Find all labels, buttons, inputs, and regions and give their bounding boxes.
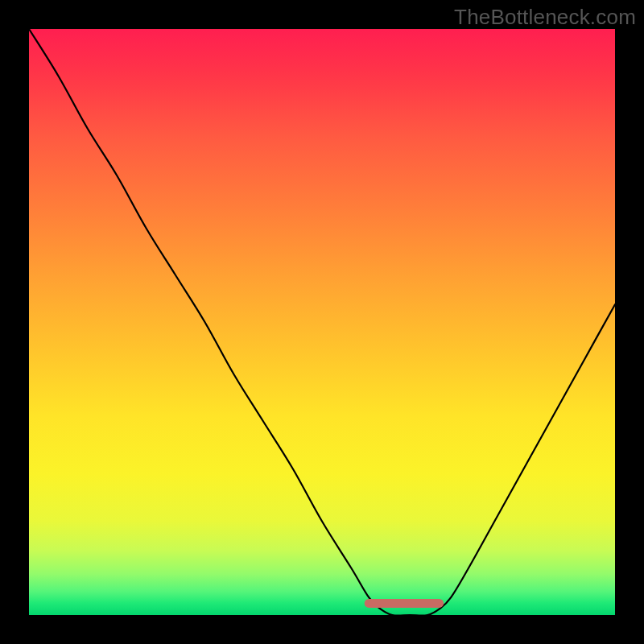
- watermark-text: TheBottleneck.com: [454, 5, 636, 30]
- chart-frame: TheBottleneck.com: [0, 0, 644, 644]
- plot-area: [29, 29, 615, 615]
- bottleneck-chart-svg: [29, 29, 615, 615]
- bottleneck-curve-path: [29, 29, 615, 615]
